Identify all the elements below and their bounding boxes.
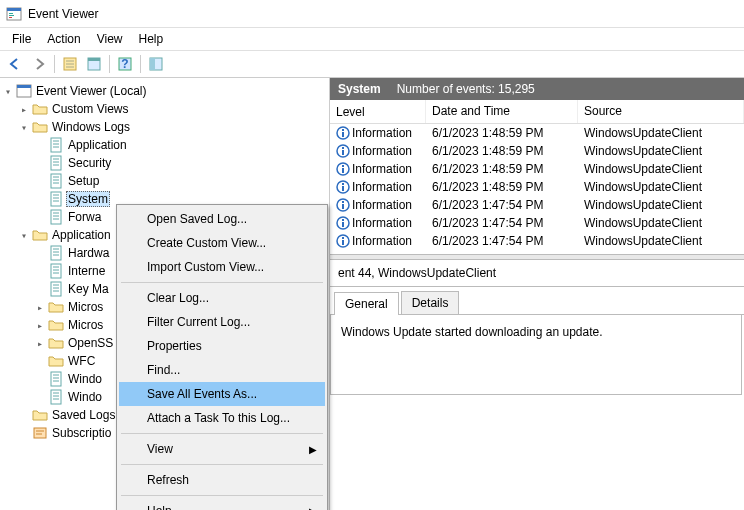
grid-row[interactable]: Information6/1/2023 1:47:54 PMWindowsUpd…: [330, 214, 744, 232]
menu-attach-task[interactable]: Attach a Task To this Log...: [119, 406, 325, 430]
folder-icon: [48, 335, 64, 351]
window-title: Event Viewer: [28, 7, 98, 21]
svg-rect-38: [342, 201, 344, 203]
menu-action[interactable]: Action: [39, 30, 88, 48]
col-source[interactable]: Source: [578, 100, 744, 123]
folder-icon: [32, 119, 48, 135]
folder-icon: [48, 353, 64, 369]
grid-row[interactable]: Information6/1/2023 1:48:59 PMWindowsUpd…: [330, 160, 744, 178]
svg-rect-7: [88, 58, 100, 61]
main-area: ▾ Event Viewer (Local) ▸ Custom Views ▾ …: [0, 78, 744, 510]
info-icon: [336, 144, 350, 158]
tree-setup-log[interactable]: · Setup: [0, 172, 329, 190]
help-button[interactable]: ?: [114, 53, 136, 75]
menu-view[interactable]: View: [89, 30, 131, 48]
chevron-right-icon: ▶: [309, 506, 317, 511]
svg-rect-2: [9, 13, 13, 14]
detail-title: ent 44, WindowsUpdateClient: [330, 260, 744, 287]
svg-rect-27: [342, 132, 344, 137]
svg-rect-29: [342, 147, 344, 149]
menu-find[interactable]: Find...: [119, 358, 325, 382]
grid-header[interactable]: Level Date and Time Source: [330, 100, 744, 124]
svg-rect-39: [342, 204, 344, 209]
cell-source: WindowsUpdateClient: [578, 143, 744, 159]
grid-row[interactable]: Information6/1/2023 1:48:59 PMWindowsUpd…: [330, 124, 744, 142]
cell-date: 6/1/2023 1:47:54 PM: [426, 197, 578, 213]
log-icon: [48, 245, 64, 261]
col-level[interactable]: Level: [330, 100, 426, 123]
svg-rect-21: [51, 282, 61, 296]
folder-icon: [48, 299, 64, 315]
menu-import-custom-view[interactable]: Import Custom View...: [119, 255, 325, 279]
tree-windows-logs[interactable]: ▾ Windows Logs: [0, 118, 329, 136]
app-icon: [16, 83, 32, 99]
tab-details[interactable]: Details: [401, 291, 460, 314]
event-grid[interactable]: Level Date and Time Source Information6/…: [330, 100, 744, 250]
grid-row[interactable]: Information6/1/2023 1:48:59 PMWindowsUpd…: [330, 142, 744, 160]
tree-application-log[interactable]: · Application: [0, 136, 329, 154]
cell-date: 6/1/2023 1:48:59 PM: [426, 143, 578, 159]
log-icon: [48, 389, 64, 405]
app-icon: [6, 6, 22, 22]
svg-rect-20: [51, 264, 61, 278]
menu-open-saved-log[interactable]: Open Saved Log...: [119, 207, 325, 231]
cell-level: Information: [352, 234, 412, 248]
cell-level: Information: [352, 144, 412, 158]
svg-rect-11: [150, 58, 155, 70]
info-icon: [336, 198, 350, 212]
menu-create-custom-view[interactable]: Create Custom View...: [119, 231, 325, 255]
log-icon: [48, 173, 64, 189]
menu-properties[interactable]: Properties: [119, 334, 325, 358]
log-icon: [48, 281, 64, 297]
menu-help[interactable]: Help: [131, 30, 172, 48]
cell-source: WindowsUpdateClient: [578, 215, 744, 231]
menu-clear-log[interactable]: Clear Log...: [119, 286, 325, 310]
menu-help-submenu[interactable]: Help▶: [119, 499, 325, 510]
svg-rect-1: [7, 8, 21, 11]
menubar: File Action View Help: [0, 28, 744, 50]
svg-text:?: ?: [121, 57, 128, 71]
back-button[interactable]: [4, 53, 26, 75]
tree-custom-views[interactable]: ▸ Custom Views: [0, 100, 329, 118]
grid-row[interactable]: Information6/1/2023 1:48:59 PMWindowsUpd…: [330, 178, 744, 196]
svg-rect-45: [342, 240, 344, 245]
cell-date: 6/1/2023 1:48:59 PM: [426, 125, 578, 141]
menu-save-all-events-as[interactable]: Save All Events As...: [119, 382, 325, 406]
col-date[interactable]: Date and Time: [426, 100, 578, 123]
tab-general[interactable]: General: [334, 292, 399, 315]
svg-rect-30: [342, 150, 344, 155]
tree-security-log[interactable]: · Security: [0, 154, 329, 172]
svg-rect-4: [9, 17, 12, 18]
svg-rect-23: [51, 390, 61, 404]
svg-rect-3: [9, 15, 14, 16]
subscription-icon: [32, 425, 48, 441]
info-icon: [336, 216, 350, 230]
content-header: System Number of events: 15,295: [330, 78, 744, 100]
cell-source: WindowsUpdateClient: [578, 161, 744, 177]
menu-refresh[interactable]: Refresh: [119, 468, 325, 492]
log-icon: [48, 371, 64, 387]
folder-icon: [32, 407, 48, 423]
grid-row[interactable]: Information6/1/2023 1:47:54 PMWindowsUpd…: [330, 232, 744, 250]
detail-body: Windows Update started downloading an up…: [330, 315, 742, 395]
menu-view-submenu[interactable]: View▶: [119, 437, 325, 461]
log-icon: [48, 137, 64, 153]
cell-level: Information: [352, 180, 412, 194]
cell-level: Information: [352, 126, 412, 140]
detail-tabs: General Details: [330, 287, 744, 315]
panel-button[interactable]: [145, 53, 167, 75]
show-tree-button[interactable]: [59, 53, 81, 75]
log-icon: [48, 263, 64, 279]
menu-filter-current-log[interactable]: Filter Current Log...: [119, 310, 325, 334]
log-icon: [48, 191, 64, 207]
tree-root[interactable]: ▾ Event Viewer (Local): [0, 82, 329, 100]
grid-row[interactable]: Information6/1/2023 1:47:54 PMWindowsUpd…: [330, 196, 744, 214]
menu-file[interactable]: File: [4, 30, 39, 48]
svg-rect-19: [51, 246, 61, 260]
properties-button[interactable]: [83, 53, 105, 75]
forward-button[interactable]: [28, 53, 50, 75]
svg-rect-15: [51, 156, 61, 170]
cell-source: WindowsUpdateClient: [578, 197, 744, 213]
svg-rect-26: [342, 129, 344, 131]
svg-rect-14: [51, 138, 61, 152]
